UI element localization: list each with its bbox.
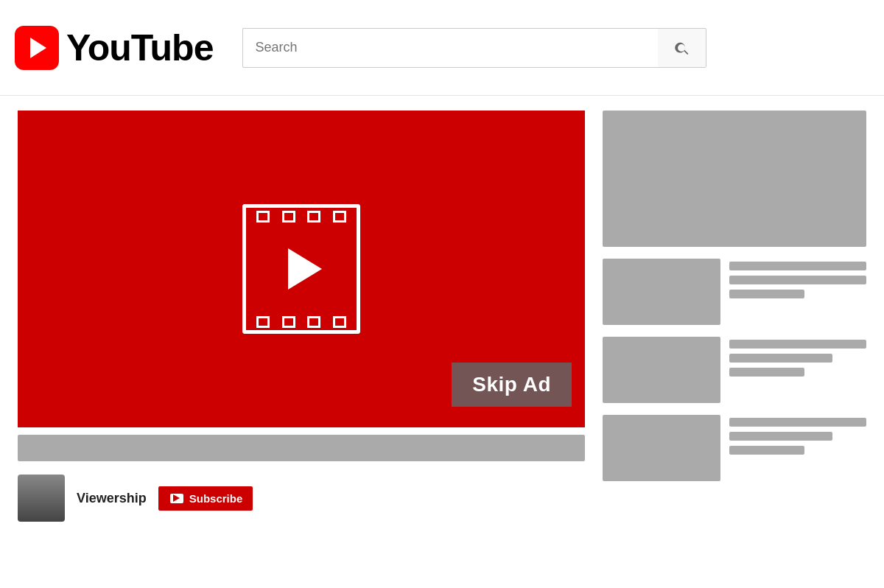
channel-name: Viewership xyxy=(77,491,147,506)
film-tooth xyxy=(307,211,320,223)
header: YouTube xyxy=(0,0,884,96)
main-content: Skip Ad Viewership Subscribe xyxy=(0,96,884,588)
video-player[interactable]: Skip Ad xyxy=(18,111,585,427)
film-tooth xyxy=(256,211,270,223)
search-button[interactable] xyxy=(658,28,706,68)
video-title-line-2 xyxy=(729,354,832,363)
video-play-icon xyxy=(242,204,360,334)
avatar-image xyxy=(18,475,65,522)
search-input[interactable] xyxy=(242,28,658,68)
film-tooth xyxy=(282,316,295,328)
video-meta-line xyxy=(729,368,804,377)
film-tooth xyxy=(307,316,320,328)
list-item xyxy=(603,259,866,325)
skip-ad-button[interactable]: Skip Ad xyxy=(452,363,572,407)
video-thumbnail[interactable] xyxy=(603,259,720,325)
youtube-logo-icon[interactable] xyxy=(15,26,59,70)
video-thumbnail[interactable] xyxy=(603,415,720,481)
video-meta-line xyxy=(729,446,804,455)
subscribe-button[interactable]: Subscribe xyxy=(158,486,253,511)
search-area xyxy=(242,28,706,68)
video-info xyxy=(729,259,866,298)
video-title-line-2 xyxy=(729,432,832,441)
video-title-line xyxy=(729,262,866,270)
play-triangle xyxy=(288,248,322,290)
avatar xyxy=(18,475,65,522)
film-tooth xyxy=(256,316,270,328)
search-icon xyxy=(674,40,690,56)
film-tooth xyxy=(333,211,346,223)
top-banner-ad xyxy=(603,111,866,247)
video-progress-bar[interactable] xyxy=(18,435,585,461)
video-thumbnail[interactable] xyxy=(603,337,720,403)
right-column xyxy=(603,111,866,573)
left-column: Skip Ad Viewership Subscribe xyxy=(18,111,585,573)
video-title-line xyxy=(729,418,866,427)
video-info xyxy=(729,337,866,377)
subscribe-label: Subscribe xyxy=(189,492,243,505)
video-info xyxy=(729,415,866,455)
list-item xyxy=(603,337,866,403)
subscribe-yt-icon xyxy=(169,492,185,504)
film-tooth xyxy=(333,316,346,328)
film-body xyxy=(242,225,360,313)
site-title: YouTube xyxy=(66,27,213,69)
video-title-line-2 xyxy=(729,276,866,284)
list-item xyxy=(603,415,866,481)
logo-area: YouTube xyxy=(15,26,213,70)
film-strip-top xyxy=(242,204,360,225)
channel-info: Viewership Subscribe xyxy=(18,469,585,528)
video-title-line xyxy=(729,340,866,349)
video-meta-line xyxy=(729,290,804,298)
film-strip-bottom xyxy=(242,313,360,334)
film-tooth xyxy=(282,211,295,223)
